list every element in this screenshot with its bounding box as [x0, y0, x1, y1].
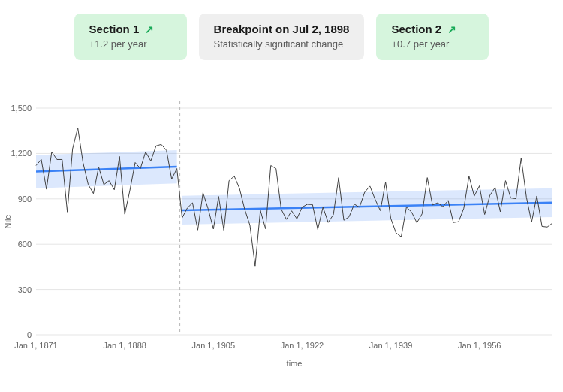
section2-title: Section 2 — [391, 23, 441, 35]
x-tick: Jan 1, 1956 — [458, 341, 501, 350]
breakpoint-card: Breakpoint on Jul 2, 1898 Statistically … — [199, 14, 365, 60]
x-tick: Jan 1, 1888 — [103, 341, 146, 350]
y-tick: 900 — [18, 194, 32, 204]
y-tick: 600 — [18, 240, 32, 249]
trend-up-icon: ↗ — [145, 24, 154, 35]
breakpoint-sub: Statistically significant change — [214, 38, 350, 50]
x-tick: Jan 1, 1905 — [192, 341, 236, 350]
section1-card: Section 1 ↗ +1.2 per year — [74, 14, 187, 60]
summary-cards: Section 1 ↗ +1.2 per year Breakpoint on … — [0, 0, 563, 66]
x-tick: Jan 1, 1871 — [14, 341, 58, 350]
y-tick: 1,200 — [11, 149, 32, 158]
section1-title: Section 1 — [89, 23, 140, 35]
breakpoint-title: Breakpoint on Jul 2, 1898 — [214, 23, 350, 35]
x-tick: Jan 1, 1939 — [369, 341, 413, 350]
x-axis-label: time — [287, 359, 303, 368]
y-tick: 0 — [27, 330, 32, 339]
section2-card: Section 2 ↗ +0.7 per year — [376, 14, 489, 60]
trend-up-icon: ↗ — [447, 24, 456, 35]
section2-sub: +0.7 per year — [391, 38, 474, 50]
x-tick: Jan 1, 1922 — [281, 341, 324, 350]
section1-sub: +1.2 per year — [89, 38, 172, 50]
y-tick: 1,500 — [11, 104, 32, 113]
y-tick: 300 — [18, 285, 32, 294]
chart: 03006009001,2001,500Jan 1, 1871Jan 1, 18… — [0, 66, 563, 374]
y-axis-label: Nile — [3, 215, 12, 229]
